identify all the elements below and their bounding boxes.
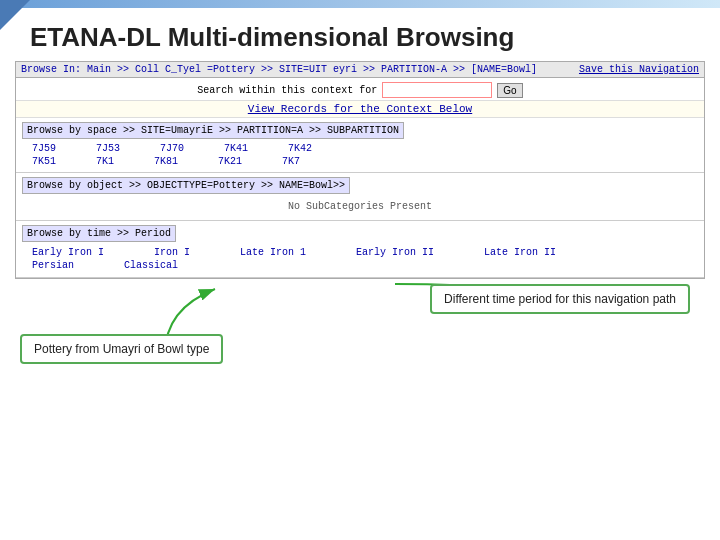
time-early-iron-ii[interactable]: Early Iron II [356,247,434,258]
space-item-7k51[interactable]: 7K51 [32,156,56,167]
search-input[interactable] [382,82,492,98]
time-row2: Persian Classical [32,260,688,271]
time-iron-i[interactable]: Iron I [154,247,190,258]
page-title: ETANA-DL Multi-dimensional Browsing [0,8,720,61]
space-item-7k41[interactable]: 7K41 [224,143,248,154]
space-item-7k42[interactable]: 7K42 [288,143,312,154]
nav-path: Browse In: Main >> Coll C_Tyel =Pottery … [21,64,537,75]
view-records-link[interactable]: View Records for the Context Below [16,101,704,118]
callout-area: Different time period for this navigatio… [0,279,720,369]
time-late-iron-ii[interactable]: Late Iron II [484,247,556,258]
search-area: Search within this context for Go [16,78,704,101]
space-item-7j70[interactable]: 7J70 [160,143,184,154]
browse-time-section: Browse by time >> Period Early Iron I Ir… [16,221,704,278]
browse-space-header: Browse by space >> SITE=UmayriE >> PARTI… [22,122,404,139]
callout-pottery-type: Pottery from Umayri of Bowl type [20,334,223,364]
space-item-7k81[interactable]: 7K81 [154,156,178,167]
time-classical[interactable]: Classical [124,260,178,271]
time-row1: Early Iron I Iron I Late Iron 1 Early Ir… [32,247,688,258]
browse-object-header: Browse by object >> OBJECTTYPE=Pottery >… [22,177,350,194]
callout-time-period: Different time period for this navigatio… [430,284,690,314]
space-item-7k7[interactable]: 7K7 [282,156,300,167]
time-early-iron-i[interactable]: Early Iron I [32,247,104,258]
time-persian[interactable]: Persian [32,260,74,271]
browse-space-row1: 7J59 7J53 7J70 7K41 7K42 [22,142,698,155]
time-late-iron-1[interactable]: Late Iron 1 [240,247,306,258]
space-item-7k21[interactable]: 7K21 [218,156,242,167]
browse-time-header: Browse by time >> Period [22,225,176,242]
time-items: Early Iron I Iron I Late Iron 1 Early Ir… [22,245,698,273]
browser-area: Browse In: Main >> Coll C_Tyel =Pottery … [15,61,705,279]
space-item-7k1[interactable]: 7K1 [96,156,114,167]
no-subcategories-text: No SubCategories Present [22,197,698,216]
go-button[interactable]: Go [497,83,522,98]
browse-object-section: Browse by object >> OBJECTTYPE=Pottery >… [16,173,704,221]
browse-space-section: Browse by space >> SITE=UmayriE >> PARTI… [16,118,704,173]
nav-bar: Browse In: Main >> Coll C_Tyel =Pottery … [16,62,704,78]
space-item-7j53[interactable]: 7J53 [96,143,120,154]
top-decorative-bar [0,0,720,8]
browse-space-row2: 7K51 7K1 7K81 7K21 7K7 [22,155,698,168]
save-navigation-link[interactable]: Save this Navigation [579,64,699,75]
search-label: Search within this context for [197,85,377,96]
space-item-7j59[interactable]: 7J59 [32,143,56,154]
